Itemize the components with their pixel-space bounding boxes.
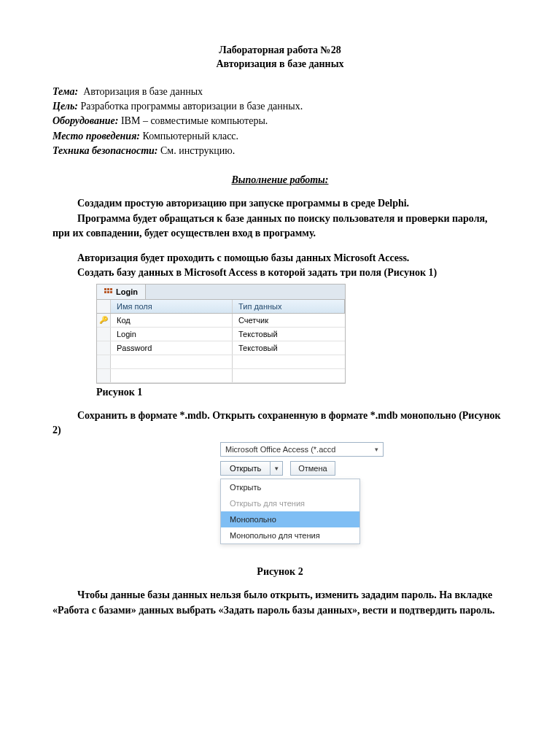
table-row: Password Текстовый	[97, 341, 345, 355]
menu-open[interactable]: Открыть	[221, 479, 359, 495]
section-heading: Выполнение работы:	[232, 174, 329, 185]
table-row: Login Текстовый	[97, 328, 345, 341]
split-chevron-icon[interactable]: ▼	[271, 462, 282, 475]
field-name: Password	[111, 341, 233, 355]
field-type: Текстовый	[233, 341, 345, 355]
field-type: Текстовый	[233, 328, 345, 341]
primary-key-icon: 🔑	[99, 316, 108, 324]
meta-theme: Тема: Авторизация в базе данных	[52, 85, 508, 99]
figure2-caption: Рисунок 2	[52, 566, 508, 578]
menu-exclusive[interactable]: Монопольно	[221, 511, 359, 527]
meta-goal: Цель: Разработка программы авторизации в…	[52, 99, 508, 114]
figure1-caption: Рисунок 1	[96, 387, 508, 398]
table-row	[97, 355, 345, 369]
datasheet-icon	[104, 288, 113, 295]
field-type: Счетчик	[233, 314, 345, 327]
access-header-type: Тип данных	[233, 300, 345, 313]
table-row: 🔑 Код Счетчик	[97, 314, 345, 328]
access-header-field: Имя поля	[111, 300, 233, 313]
body-p6: Чтобы данные базы данных нельзя было отк…	[52, 588, 508, 618]
body-p1: Создадим простую авторизацию при запуске…	[52, 196, 508, 211]
chevron-down-icon: ▾	[375, 446, 378, 453]
open-button-label: Открыть	[221, 462, 271, 475]
access-header-row: Имя поля Тип данных	[97, 300, 345, 314]
cancel-button[interactable]: Отмена	[290, 461, 335, 476]
menu-exclusive-readonly[interactable]: Монопольно для чтения	[221, 527, 359, 543]
open-mode-menu: Открыть Открыть для чтения Монопольно Мо…	[220, 479, 360, 544]
access-tab: Login	[97, 285, 146, 299]
menu-open-readonly: Открыть для чтения	[221, 495, 359, 511]
body-p4: Создать базу данных в Microsoft Access в…	[52, 266, 508, 280]
field-name: Код	[111, 314, 233, 327]
table-row	[97, 369, 345, 383]
doc-title-line1: Лабораторная работа №28	[52, 44, 508, 58]
doc-title-line2: Авторизация в базе данных	[52, 58, 508, 71]
body-p3: Авторизация будет проходить с помощью ба…	[52, 251, 508, 266]
body-p2: Программа будет обращаться к базе данных…	[52, 212, 508, 241]
meta-place: Место проведения: Компьютерный класс.	[52, 129, 508, 144]
meta-safety: Техника безопасности: См. инструкцию.	[52, 144, 508, 158]
figure-open-dialog: Microsoft Office Access (*.accd ▾ Открыт…	[220, 442, 395, 544]
filetype-dropdown[interactable]: Microsoft Office Access (*.accd ▾	[220, 442, 384, 457]
filetype-label: Microsoft Office Access (*.accd	[225, 445, 335, 454]
open-split-button[interactable]: Открыть ▼	[220, 461, 283, 476]
meta-equipment: Оборудование: IBM – совместимые компьюте…	[52, 114, 508, 128]
body-p5: Сохранить в формате *.mdb. Открыть сохра…	[52, 409, 508, 438]
field-name: Login	[111, 328, 233, 341]
figure-access-table: Login Имя поля Тип данных 🔑 Код Счетчик …	[96, 284, 346, 384]
access-tab-label: Login	[116, 287, 138, 296]
